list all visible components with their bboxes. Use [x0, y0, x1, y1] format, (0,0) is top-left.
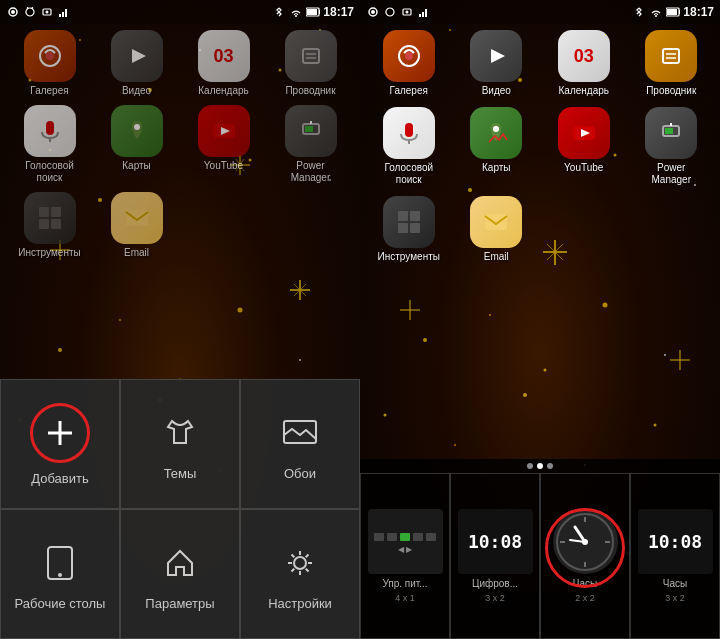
svg-point-37: [295, 15, 297, 17]
app-gallery-right[interactable]: Галерея: [370, 30, 448, 97]
svg-rect-59: [126, 210, 148, 226]
alarm-icon-right: [383, 5, 397, 19]
menu-settings-label: Настройки: [268, 596, 332, 611]
svg-point-80: [664, 354, 666, 356]
widget-digital-clock[interactable]: 10:08 Цифров... 3 x 2: [450, 473, 540, 639]
menu-wallpaper[interactable]: Обои: [240, 379, 360, 509]
app-calendar-label-left: Календарь: [198, 85, 248, 97]
svg-rect-53: [305, 126, 313, 132]
tablet-icon: [35, 538, 85, 588]
svg-rect-125: [398, 223, 408, 233]
svg-point-79: [603, 303, 608, 308]
widget-power-preview: ◀ ▶: [368, 509, 443, 574]
svg-point-78: [544, 369, 547, 372]
svg-rect-127: [485, 214, 507, 230]
app-files-label-left: Проводник: [285, 85, 335, 97]
app-email-left[interactable]: Email: [97, 192, 176, 259]
svg-point-42: [46, 52, 54, 60]
svg-rect-39: [319, 10, 320, 14]
app-tools-left[interactable]: Инструменты: [10, 192, 89, 259]
svg-point-31: [11, 10, 15, 14]
wifi-icon-left: [289, 5, 303, 19]
bluetooth-icon-left: [272, 5, 286, 19]
svg-rect-55: [39, 207, 49, 217]
bluetooth-icon-right: [632, 5, 646, 19]
svg-rect-115: [405, 123, 413, 137]
bottom-menu: Добавить Темы Обои Рабочие столы: [0, 379, 360, 639]
app-voice-right[interactable]: Голосовой поиск: [370, 107, 448, 186]
tshirt-icon: [155, 408, 205, 458]
widget-dots: [360, 459, 720, 473]
svg-marker-107: [491, 49, 505, 63]
app-calendar-left[interactable]: 03 Календарь: [184, 30, 263, 97]
app-youtube-label-left: YouTube: [204, 160, 243, 172]
app-tools-right[interactable]: Инструменты: [370, 196, 448, 263]
svg-point-106: [405, 52, 413, 60]
app-files-right[interactable]: Проводник: [633, 30, 711, 97]
menu-settings[interactable]: Настройки: [240, 509, 360, 639]
svg-point-81: [384, 414, 387, 417]
menu-themes[interactable]: Темы: [120, 379, 240, 509]
svg-rect-103: [679, 10, 680, 14]
status-icons-right: [366, 5, 431, 19]
gear-icon: [275, 538, 325, 588]
dot-1: [527, 463, 533, 469]
app-calendar-right[interactable]: 03 Календарь: [545, 30, 623, 97]
widget-clock-digital2[interactable]: 10:08 Часы 3 x 2: [630, 473, 720, 639]
app-grid-left: Галерея Видео 03 Календарь Проводник Гол: [10, 30, 350, 259]
screenshot-icon: [40, 5, 54, 19]
svg-rect-56: [51, 207, 61, 217]
menu-themes-label: Темы: [164, 466, 197, 481]
app-email-right[interactable]: Email: [458, 196, 536, 263]
app-video-label-right: Видео: [482, 85, 511, 97]
house-icon: [155, 538, 205, 588]
svg-rect-99: [422, 12, 424, 17]
widget-strip: ◀ ▶ Упр. пит... 4 x 1 10:08 Цифров... 3 …: [360, 459, 720, 639]
app-video-label-left: Видео: [122, 85, 151, 97]
app-maps-left[interactable]: Карты: [97, 105, 176, 184]
svg-rect-57: [39, 219, 49, 229]
app-youtube-label-right: YouTube: [564, 162, 603, 174]
svg-rect-47: [46, 121, 54, 135]
svg-point-83: [523, 393, 527, 397]
left-panel: 18:17 Галерея Видео 03 Календарь: [0, 0, 360, 639]
widget-power[interactable]: ◀ ▶ Упр. пит... 4 x 1: [360, 473, 450, 639]
app-files-left[interactable]: Проводник: [271, 30, 350, 97]
app-youtube-right[interactable]: YouTube: [545, 107, 623, 186]
svg-point-11: [119, 319, 121, 321]
menu-add[interactable]: Добавить: [0, 379, 120, 509]
app-video-right[interactable]: Видео: [458, 30, 536, 97]
app-voice-left[interactable]: Голосовой поиск: [10, 105, 89, 184]
widget-clock-digital2-preview: 10:08: [638, 509, 713, 574]
svg-point-33: [46, 11, 49, 14]
right-panel: 18:17 Галерея Видео 03: [360, 0, 720, 639]
svg-point-14: [299, 359, 301, 361]
menu-add-label: Добавить: [31, 471, 88, 486]
notification-icon: [6, 5, 20, 19]
notification-icon-right: [366, 5, 380, 19]
svg-rect-40: [307, 9, 317, 15]
app-grid-right: Галерея Видео 03 Кален: [370, 30, 710, 263]
svg-point-82: [454, 444, 456, 446]
svg-point-64: [58, 573, 62, 577]
menu-desktops-label: Рабочие столы: [15, 596, 106, 611]
app-video-left[interactable]: Видео: [97, 30, 176, 97]
svg-rect-123: [398, 211, 408, 221]
app-maps-right[interactable]: Карты: [458, 107, 536, 186]
svg-point-49: [134, 124, 140, 130]
menu-params[interactable]: Параметры: [120, 509, 240, 639]
widget-analog-clock[interactable]: Часы 2 x 2: [540, 473, 630, 639]
app-power-right[interactable]: Power Manager: [633, 107, 711, 186]
widget-analog-size: 2 x 2: [575, 593, 595, 603]
battery-icon-right: [666, 5, 680, 19]
menu-desktops[interactable]: Рабочие столы: [0, 509, 120, 639]
widget-analog-clock-preview: [553, 509, 618, 574]
app-power-left[interactable]: Power Manager: [271, 105, 350, 184]
app-youtube-left[interactable]: YouTube: [184, 105, 263, 184]
app-maps-label-right: Карты: [482, 162, 511, 174]
app-tools-label-right: Инструменты: [378, 251, 440, 263]
screenshot-icon-right: [400, 5, 414, 19]
app-gallery-left[interactable]: Галерея: [10, 30, 89, 97]
app-voice-label-left: Голосовой поиск: [15, 160, 85, 184]
svg-point-76: [423, 338, 427, 342]
